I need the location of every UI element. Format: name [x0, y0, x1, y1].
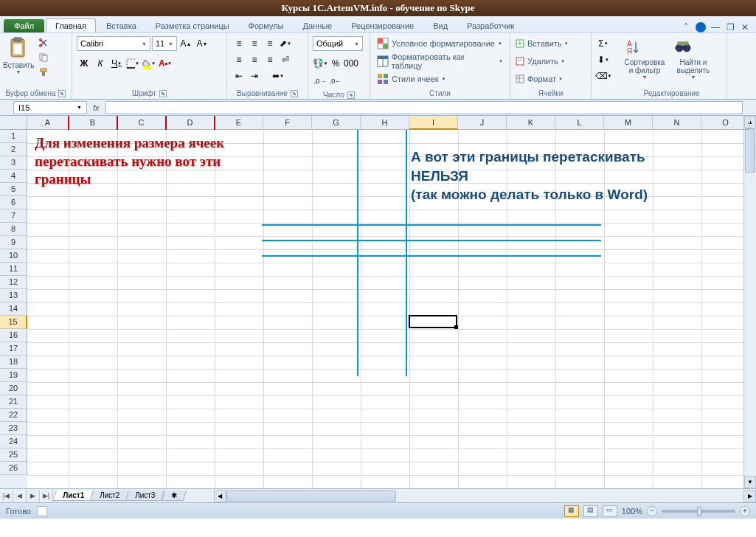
col-header-L[interactable]: L: [555, 116, 604, 130]
col-header-B[interactable]: B: [69, 116, 117, 130]
alignment-launcher[interactable]: ⬊: [291, 90, 298, 97]
tab-home[interactable]: Главная: [46, 18, 96, 32]
col-header-M[interactable]: M: [604, 116, 653, 130]
row-header-17[interactable]: 17: [0, 342, 27, 356]
decrease-decimal-button[interactable]: ,0←: [328, 74, 343, 89]
borders-button[interactable]: ▼: [125, 56, 140, 71]
sheet-tab-3[interactable]: Лист3: [126, 491, 165, 501]
col-header-J[interactable]: J: [458, 116, 507, 130]
row-header-26[interactable]: 26: [0, 462, 27, 475]
scroll-right-button[interactable]: ▶: [743, 490, 756, 502]
name-box[interactable]: I15▼: [13, 101, 87, 114]
sheet-tab-2[interactable]: Лист2: [90, 491, 129, 501]
row-header-8[interactable]: 8: [0, 223, 27, 236]
select-all-corner[interactable]: [0, 116, 27, 130]
align-bottom-button[interactable]: ≡: [263, 36, 277, 51]
row-header-18[interactable]: 18: [0, 356, 27, 369]
conditional-formatting-button[interactable]: Условное форматирование▼: [375, 36, 504, 51]
row-header-10[interactable]: 10: [0, 249, 27, 263]
zoom-in-button[interactable]: +: [740, 506, 750, 516]
cell-selection[interactable]: [409, 315, 457, 328]
tab-insert[interactable]: Вставка: [97, 19, 145, 32]
fill-button[interactable]: ⬇▼: [596, 52, 611, 67]
restore-window-icon[interactable]: ❐: [725, 22, 735, 32]
horizontal-scrollbar[interactable]: ◀ ▶: [214, 490, 756, 502]
tab-data[interactable]: Данные: [294, 19, 341, 32]
tab-page-layout[interactable]: Разметка страницы: [147, 19, 238, 32]
align-center-button[interactable]: ≡: [247, 52, 262, 67]
row-header-2[interactable]: 2: [0, 143, 27, 156]
tab-developer[interactable]: Разработчик: [458, 19, 523, 32]
decrease-font-button[interactable]: A▼: [195, 36, 209, 51]
font-launcher[interactable]: ⬊: [159, 90, 167, 97]
font-name-combo[interactable]: Calibri▼: [77, 36, 150, 51]
row-header-1[interactable]: 1: [0, 130, 27, 143]
increase-decimal-button[interactable]: ,0→: [313, 74, 327, 89]
comma-button[interactable]: 000: [344, 56, 358, 71]
row-header-13[interactable]: 13: [0, 289, 27, 302]
close-window-icon[interactable]: ✕: [740, 22, 750, 32]
col-header-A[interactable]: A: [27, 116, 69, 130]
grid[interactable]: Для изменения размера ячеек перетаскиват…: [27, 130, 743, 488]
tab-formulas[interactable]: Формулы: [240, 19, 293, 32]
tab-view[interactable]: Вид: [424, 19, 457, 32]
row-header-9[interactable]: 9: [0, 236, 27, 249]
row-header-7[interactable]: 7: [0, 209, 27, 223]
col-header-I[interactable]: I: [409, 116, 458, 130]
number-format-combo[interactable]: Общий▼: [313, 36, 363, 51]
increase-font-button[interactable]: A▲: [178, 36, 193, 51]
col-header-O[interactable]: O: [701, 116, 750, 130]
page-layout-view-button[interactable]: ▤: [583, 505, 598, 517]
tab-review[interactable]: Рецензирование: [342, 19, 423, 32]
row-header-24[interactable]: 24: [0, 435, 27, 448]
normal-view-button[interactable]: ▦: [564, 505, 579, 517]
sheets-prev-button[interactable]: ◀: [13, 490, 27, 502]
align-top-button[interactable]: ≡: [232, 36, 246, 51]
row-header-4[interactable]: 4: [0, 170, 27, 183]
col-header-D[interactable]: D: [166, 116, 215, 130]
vertical-scrollbar[interactable]: ▲ ▼: [743, 116, 756, 488]
sheets-last-button[interactable]: ▶|: [40, 490, 53, 502]
align-right-button[interactable]: ≡: [263, 52, 277, 67]
col-header-K[interactable]: K: [507, 116, 555, 130]
increase-indent-button[interactable]: ⇥: [247, 69, 262, 83]
col-header-H[interactable]: H: [361, 116, 409, 130]
row-header-12[interactable]: 12: [0, 276, 27, 289]
new-sheet-button[interactable]: ✱: [162, 491, 187, 501]
scroll-left-button[interactable]: ◀: [214, 490, 226, 502]
row-header-19[interactable]: 19: [0, 369, 27, 382]
sort-filter-button[interactable]: АЯ Сортировка и фильтр▼: [623, 38, 667, 80]
align-middle-button[interactable]: ≡: [247, 36, 262, 51]
row-header-5[interactable]: 5: [0, 183, 27, 196]
col-header-G[interactable]: G: [312, 116, 361, 130]
align-left-button[interactable]: ≡: [232, 52, 246, 67]
zoom-out-button[interactable]: −: [647, 506, 657, 516]
sheets-first-button[interactable]: |◀: [0, 490, 13, 502]
percent-button[interactable]: %: [328, 56, 343, 71]
delete-cells-button[interactable]: −Удалить▼: [515, 54, 565, 69]
page-break-view-button[interactable]: ▭: [603, 505, 617, 517]
row-header-22[interactable]: 22: [0, 409, 27, 422]
hscroll-thumb[interactable]: [226, 491, 396, 502]
font-size-combo[interactable]: 11▼: [152, 36, 177, 51]
find-select-button[interactable]: Найти и выделить▼: [673, 38, 714, 80]
help-icon[interactable]: ?: [696, 22, 706, 32]
fill-handle[interactable]: [454, 325, 458, 329]
col-header-F[interactable]: F: [263, 116, 312, 130]
number-launcher[interactable]: ⬊: [347, 91, 355, 99]
row-header-25[interactable]: 25: [0, 448, 27, 462]
cut-button[interactable]: [37, 36, 50, 49]
minimize-ribbon-icon[interactable]: ˄: [681, 22, 691, 32]
minimize-window-icon[interactable]: —: [710, 22, 721, 32]
autosum-button[interactable]: Σ▼: [596, 36, 611, 51]
orientation-button[interactable]: ⬈▼: [278, 36, 293, 51]
clear-button[interactable]: ⌫▼: [596, 69, 611, 83]
format-cells-button[interactable]: Формат▼: [515, 72, 563, 86]
vscroll-thumb[interactable]: [745, 128, 755, 173]
underline-button[interactable]: Ч▼: [109, 56, 124, 71]
insert-cells-button[interactable]: +Вставить▼: [515, 36, 569, 51]
col-header-N[interactable]: N: [653, 116, 701, 130]
row-header-21[interactable]: 21: [0, 395, 27, 409]
row-header-6[interactable]: 6: [0, 196, 27, 209]
zoom-slider-thumb[interactable]: [697, 507, 701, 516]
